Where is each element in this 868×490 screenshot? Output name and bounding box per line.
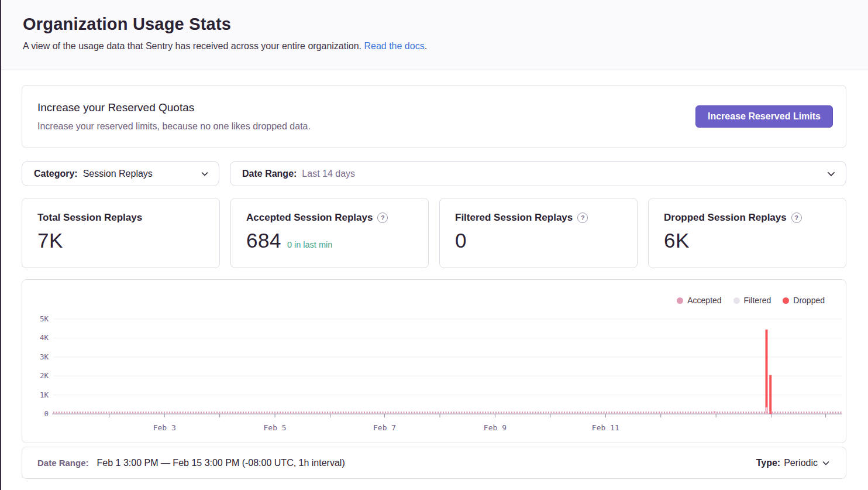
- stat-card-value: 684: [246, 229, 281, 252]
- page-header: Organization Usage Stats A view of the u…: [1, 0, 868, 70]
- stat-card-title: Dropped Session Replays: [664, 212, 787, 224]
- page-title: Organization Usage Stats: [23, 15, 846, 34]
- help-icon[interactable]: ?: [377, 213, 388, 223]
- footer-date-range-label: Date Range:: [37, 458, 89, 468]
- stat-card-value: 7K: [37, 229, 63, 252]
- date-range-select-value: Last 14 days: [302, 169, 355, 179]
- chart-legend: Accepted Filtered Dropped: [677, 296, 825, 305]
- stat-card: Filtered Session Replays ? 0: [439, 198, 638, 268]
- quota-banner-description: Increase your reserved limits, because n…: [37, 121, 311, 132]
- stat-card-title: Accepted Session Replays: [246, 212, 373, 224]
- legend-dot-icon: [677, 297, 683, 304]
- stat-card: Dropped Session Replays ? 6K: [648, 198, 846, 268]
- subtitle-text: A view of the usage data that Sentry has…: [23, 41, 364, 51]
- footer-date-range-value: Feb 1 3:00 PM — Feb 15 3:00 PM (-08:00 U…: [97, 458, 345, 468]
- svg-text:Feb 9: Feb 9: [484, 423, 507, 432]
- legend-label: Dropped: [793, 296, 825, 305]
- main-content: Increase your Reserved Quotas Increase y…: [1, 70, 868, 479]
- stat-card-subvalue: 0 in last min: [287, 240, 332, 249]
- legend-item[interactable]: Accepted: [677, 296, 721, 305]
- stat-card-title: Filtered Session Replays: [455, 212, 573, 224]
- stat-card: Total Session Replays ? 7K: [22, 198, 220, 268]
- increase-reserved-limits-button[interactable]: Increase Reserved Limits: [695, 105, 833, 128]
- help-icon[interactable]: ?: [577, 213, 588, 223]
- legend-item[interactable]: Filtered: [733, 296, 771, 305]
- legend-label: Filtered: [744, 296, 771, 305]
- page-subtitle: A view of the usage data that Sentry has…: [23, 41, 846, 52]
- legend-label: Accepted: [687, 296, 721, 305]
- stat-cards-row: Total Session Replays ? 7K Accepted Sess…: [22, 198, 846, 268]
- svg-text:0: 0: [44, 409, 49, 418]
- chevron-down-icon: [821, 458, 831, 468]
- help-icon[interactable]: ?: [791, 213, 802, 223]
- chart-footer-bar: Date Range: Feb 1 3:00 PM — Feb 15 3:00 …: [22, 447, 846, 479]
- svg-text:Feb 3: Feb 3: [153, 423, 176, 432]
- svg-text:Feb 5: Feb 5: [263, 423, 286, 432]
- svg-text:2K: 2K: [40, 371, 49, 380]
- category-select[interactable]: Category: Session Replays: [22, 161, 219, 186]
- quota-banner: Increase your Reserved Quotas Increase y…: [22, 85, 846, 148]
- svg-text:5K: 5K: [40, 314, 49, 323]
- svg-text:Feb 11: Feb 11: [592, 423, 619, 432]
- chevron-down-icon: [200, 169, 209, 179]
- stat-card-value: 6K: [664, 229, 690, 252]
- stat-card: Accepted Session Replays ? 684 0 in last…: [230, 198, 429, 268]
- type-select-label: Type:: [756, 458, 780, 468]
- legend-dot-icon: [733, 297, 740, 304]
- legend-item[interactable]: Dropped: [783, 296, 825, 305]
- read-the-docs-link[interactable]: Read the docs: [364, 41, 424, 51]
- footer-date-range: Date Range: Feb 1 3:00 PM — Feb 15 3:00 …: [37, 458, 345, 468]
- quota-banner-text: Increase your Reserved Quotas Increase y…: [37, 101, 311, 132]
- svg-text:1K: 1K: [40, 390, 49, 399]
- legend-dot-icon: [783, 297, 789, 304]
- stat-card-value: 0: [455, 229, 467, 252]
- filter-row: Category: Session Replays Date Range: La…: [22, 161, 846, 186]
- category-select-value: Session Replays: [83, 169, 153, 179]
- date-range-select[interactable]: Date Range: Last 14 days: [230, 161, 846, 186]
- subtitle-suffix: .: [425, 41, 427, 51]
- quota-banner-title: Increase your Reserved Quotas: [37, 101, 311, 114]
- type-select[interactable]: Type: Periodic: [756, 458, 831, 468]
- svg-text:3K: 3K: [40, 352, 49, 361]
- date-range-select-label: Date Range:: [242, 169, 297, 179]
- stat-card-title: Total Session Replays: [37, 212, 142, 224]
- type-select-value: Periodic: [784, 458, 818, 468]
- usage-chart-card: 01K2K3K4K5KFeb 3Feb 5Feb 7Feb 9Feb 11 Ac…: [22, 279, 846, 443]
- category-select-label: Category:: [34, 169, 78, 179]
- chevron-down-icon: [826, 169, 836, 179]
- svg-text:4K: 4K: [40, 333, 49, 342]
- svg-text:Feb 7: Feb 7: [373, 423, 396, 432]
